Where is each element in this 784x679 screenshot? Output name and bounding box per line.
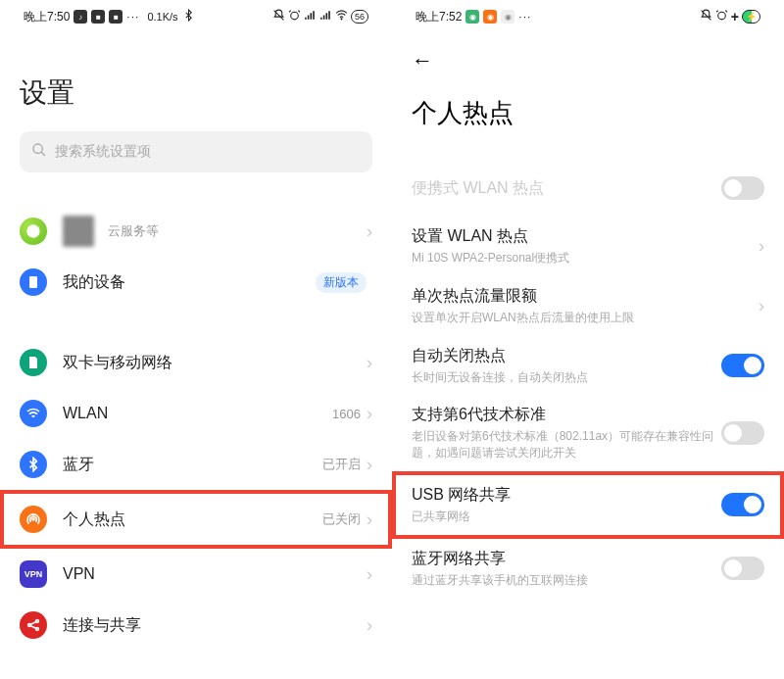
row-label: VPN (63, 565, 367, 583)
new-badge: 新版本 (316, 272, 367, 293)
my-device-row[interactable]: 我的设备 新版本 (20, 257, 372, 308)
set-wlan-row[interactable]: 设置 WLAN 热点 Mi 10S WPA2-Personal便携式 › (412, 217, 764, 276)
row-label: 双卡与移动网络 (63, 353, 367, 373)
auto-off-row[interactable]: 自动关闭热点 长时间无设备连接，自动关闭热点 (412, 336, 764, 396)
row-title: USB 网络共享 (412, 485, 721, 506)
page-title: 个人热点 (412, 96, 764, 130)
wlan-row[interactable]: WLAN 1606 › (20, 388, 372, 439)
row-title: 单次热点流量限额 (412, 286, 759, 307)
app-icon: ♪ (74, 10, 87, 24)
app-icon: ◉ (466, 10, 479, 24)
account-sub: 云服务等 (108, 222, 159, 240)
row-label: WLAN (63, 405, 332, 422)
plus-icon: + (731, 9, 739, 24)
svg-point-7 (36, 628, 39, 631)
chevron-right-icon: › (367, 564, 372, 585)
chevron-right-icon: › (367, 615, 372, 636)
row-title: 便携式 WLAN 热点 (412, 178, 721, 199)
mute-icon (700, 9, 712, 24)
hotspot-icon (20, 506, 47, 533)
search-input[interactable]: 搜索系统设置项 (20, 131, 372, 172)
net-speed: 0.1K/s (147, 11, 177, 23)
row-trail: 1606 (332, 407, 361, 421)
avatar (63, 216, 94, 247)
status-time: 晚上7:50 (24, 9, 70, 25)
more-icon: ··· (126, 10, 139, 24)
bluetooth-icon (182, 9, 195, 24)
chevron-right-icon: › (367, 509, 372, 530)
sim-row[interactable]: 双卡与移动网络 › (20, 337, 372, 388)
wifi-icon (20, 400, 47, 427)
search-icon (31, 142, 47, 162)
highlight-box: 个人热点 已关闭 › (0, 490, 392, 549)
page-title: 设置 (20, 74, 372, 112)
bluetooth-icon (20, 451, 47, 478)
row-subtitle: 已共享网络 (412, 509, 721, 525)
row-trail: 已关闭 (322, 510, 361, 528)
share-icon (20, 611, 47, 639)
toggle-switch[interactable] (721, 421, 764, 445)
chevron-right-icon: › (759, 296, 764, 316)
chevron-right-icon: › (367, 455, 372, 475)
chevron-right-icon: › (367, 353, 372, 373)
bt-share-row[interactable]: 蓝牙网络共享 通过蓝牙共享该手机的互联网连接 (412, 539, 764, 599)
row-label: 个人热点 (63, 509, 322, 530)
portable-wlan-row[interactable]: 便携式 WLAN 热点 (412, 160, 764, 217)
row-label: 我的设备 (63, 272, 316, 293)
row-title: 设置 WLAN 热点 (412, 226, 759, 247)
bluetooth-row[interactable]: 蓝牙 已开启 › (20, 439, 372, 490)
signal-icon (304, 9, 317, 24)
toggle-switch[interactable] (721, 493, 764, 516)
connect-share-row[interactable]: 连接与共享 › (20, 600, 372, 651)
account-row[interactable]: 云服务等 › (20, 206, 372, 257)
more-icon: ··· (518, 10, 531, 24)
wifi-icon (335, 9, 348, 24)
hotspot-screen: 晚上7:52 ◉ ◉ ◉ ··· + ⚡ ← 个人热点 便携式 WLAN 热点 … (392, 0, 784, 679)
mute-icon (272, 9, 285, 24)
account-icon (20, 218, 47, 245)
alarm-icon (288, 9, 301, 24)
back-arrow-icon: ← (412, 48, 433, 73)
highlight-box: USB 网络共享 已共享网络 (392, 471, 784, 539)
settings-screen: 晚上7:50 ♪ ■ ■ ··· 0.1K/s (0, 0, 392, 679)
vpn-row[interactable]: VPN VPN › (20, 549, 372, 600)
toggle-switch[interactable] (721, 557, 764, 580)
svg-rect-3 (29, 276, 37, 288)
battery-charging-icon: ⚡ (742, 10, 760, 24)
app-icon: ■ (109, 10, 122, 24)
quota-row[interactable]: 单次热点流量限额 设置单次开启WLAN热点后流量的使用上限 › (412, 276, 764, 336)
battery-icon: 56 (351, 10, 368, 24)
row-subtitle: 通过蓝牙共享该手机的互联网连接 (412, 572, 721, 589)
svg-point-4 (32, 518, 34, 520)
app-icon: ■ (91, 10, 105, 24)
vpn-icon: VPN (20, 560, 47, 588)
row-subtitle: 设置单次开启WLAN热点后流量的使用上限 (412, 310, 759, 326)
row-label: 蓝牙 (63, 455, 322, 475)
signal-icon (319, 9, 332, 24)
alarm-icon (715, 9, 728, 24)
toggle-switch[interactable] (721, 176, 764, 200)
row-title: 支持第6代技术标准 (412, 405, 721, 425)
chevron-right-icon: › (367, 404, 372, 424)
hotspot-row[interactable]: 个人热点 已关闭 › (20, 494, 372, 545)
svg-point-5 (28, 624, 31, 627)
row-title: 蓝牙网络共享 (412, 549, 721, 569)
status-bar-left: 晚上7:50 ♪ ■ ■ ··· 0.1K/s (20, 0, 372, 27)
usb-share-row[interactable]: USB 网络共享 已共享网络 (412, 481, 764, 529)
search-placeholder: 搜索系统设置项 (55, 143, 151, 161)
row-title: 自动关闭热点 (412, 346, 721, 366)
wifi6-row[interactable]: 支持第6代技术标准 老旧设备对第6代技术标准（802.11ax）可能存在兼容性问… (412, 395, 764, 471)
chevron-right-icon: › (367, 221, 372, 242)
toggle-switch[interactable] (721, 354, 764, 377)
row-subtitle: 老旧设备对第6代技术标准（802.11ax）可能存在兼容性问题，如遇问题请尝试关… (412, 428, 721, 461)
svg-point-8 (718, 12, 726, 20)
svg-point-6 (36, 620, 39, 623)
row-subtitle: 长时间无设备连接，自动关闭热点 (412, 369, 721, 386)
status-time: 晚上7:52 (416, 9, 462, 25)
row-label: 连接与共享 (63, 615, 367, 636)
sim-icon (20, 349, 47, 376)
status-bar-right: 晚上7:52 ◉ ◉ ◉ ··· + ⚡ (412, 0, 764, 27)
app-icon: ◉ (483, 10, 497, 24)
svg-point-0 (291, 12, 299, 20)
back-button[interactable]: ← (412, 43, 764, 78)
